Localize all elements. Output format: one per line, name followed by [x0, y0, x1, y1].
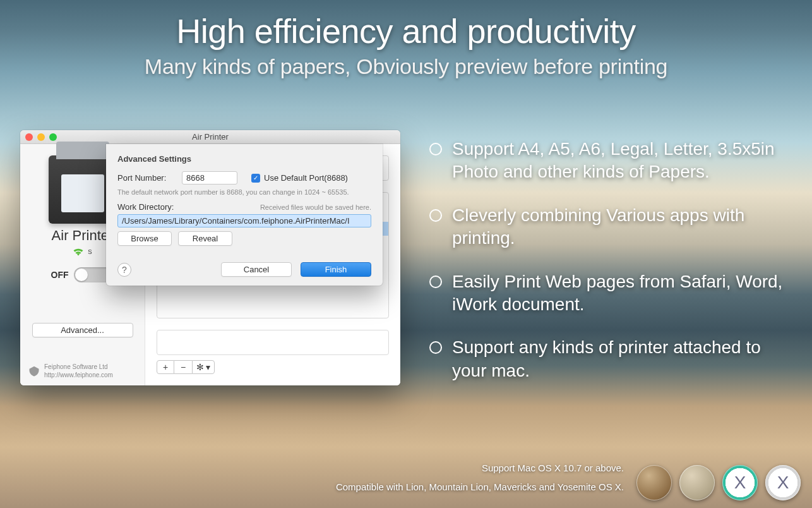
feature-item: Support any kinds of printer attached to…: [429, 336, 787, 382]
help-button[interactable]: ?: [117, 263, 131, 277]
sheet-title: Advanced Settings: [117, 154, 371, 164]
wifi-icon: [73, 247, 84, 256]
zoom-icon[interactable]: [49, 133, 57, 141]
vendor-url: http://www.feiphone.com: [44, 372, 113, 380]
reveal-button[interactable]: Reveal: [178, 231, 232, 246]
port-input[interactable]: [182, 171, 237, 184]
port-label: Port Number:: [117, 173, 176, 183]
dir-label: Work Directory:: [117, 202, 176, 212]
hero-title: High efficiency and productivity: [0, 11, 812, 51]
checkbox-checked-icon: ✓: [251, 174, 260, 183]
finish-button[interactable]: Finish: [301, 262, 371, 277]
bullet-icon: [429, 143, 442, 155]
chevron-down-icon: ▾: [206, 362, 210, 372]
os-yosemite-icon: X: [765, 465, 801, 500]
hero-subtitle: Many kinds of papers, Obviously preview …: [0, 54, 812, 79]
switch-label: OFF: [51, 270, 69, 280]
compat-text: Support Mac OS X 10.7 or above. Compatib…: [270, 459, 624, 497]
compat-line-2: Compatible with Lion, Mountain Lion, Mav…: [270, 478, 624, 497]
default-port-checkbox[interactable]: ✓ Use Default Port(8688): [251, 173, 348, 183]
compat-line-1: Support Mac OS X 10.7 or above.: [270, 459, 624, 478]
os-icon-row: X X: [636, 465, 801, 500]
dir-hint: Received files would be saved here.: [260, 203, 371, 211]
bullet-icon: [429, 341, 442, 354]
list-toolbar: + − ✻ ▾: [157, 360, 389, 374]
wifi-text: s: [88, 246, 92, 256]
feature-item: Easily Print Web pages from Safari, Word…: [429, 270, 787, 317]
gear-icon: ✻: [196, 362, 204, 372]
feature-text: Support A4, A5, A6, Legal, Letter, 3.5x5…: [452, 138, 787, 184]
os-mountain-lion-icon: [679, 465, 715, 500]
default-port-label: Use Default Port(8688): [264, 173, 348, 183]
feature-text: Easily Print Web pages from Safari, Word…: [452, 270, 787, 317]
vendor-name: Feiphone Software Ltd: [44, 363, 113, 372]
browse-button[interactable]: Browse: [117, 231, 172, 246]
feature-list: Support A4, A5, A6, Legal, Letter, 3.5x5…: [429, 138, 787, 402]
section-bottom: [157, 330, 389, 355]
feature-text: Support any kinds of printer attached to…: [452, 336, 787, 382]
cancel-button[interactable]: Cancel: [221, 262, 292, 277]
os-lion-icon: [636, 465, 672, 500]
bullet-icon: [429, 209, 442, 222]
gear-menu-button[interactable]: ✻ ▾: [192, 360, 215, 374]
vendor-logo-icon: [28, 365, 40, 378]
dir-input[interactable]: [117, 214, 371, 227]
feature-item: Cleverly combining Various apps with pri…: [429, 204, 787, 250]
window-title: Air Printer: [192, 132, 229, 142]
minimize-icon[interactable]: [37, 133, 45, 141]
printer-photo-icon: [64, 177, 102, 210]
feature-text: Cleverly combining Various apps with pri…: [452, 204, 787, 250]
bullet-icon: [429, 275, 442, 288]
os-mavericks-icon: X: [722, 465, 758, 500]
window-controls: [25, 133, 57, 141]
advanced-settings-sheet: Advanced Settings Port Number: ✓ Use Def…: [106, 144, 383, 286]
advanced-button[interactable]: Advanced...: [32, 323, 133, 337]
close-icon[interactable]: [25, 133, 33, 141]
add-button[interactable]: +: [157, 360, 174, 374]
port-hint: The default network port number is 8688,…: [117, 188, 371, 196]
feature-item: Support A4, A5, A6, Legal, Letter, 3.5x5…: [429, 138, 787, 184]
vendor-info: Feiphone Software Ltd http://www.feiphon…: [28, 363, 113, 379]
remove-button[interactable]: −: [174, 360, 192, 374]
